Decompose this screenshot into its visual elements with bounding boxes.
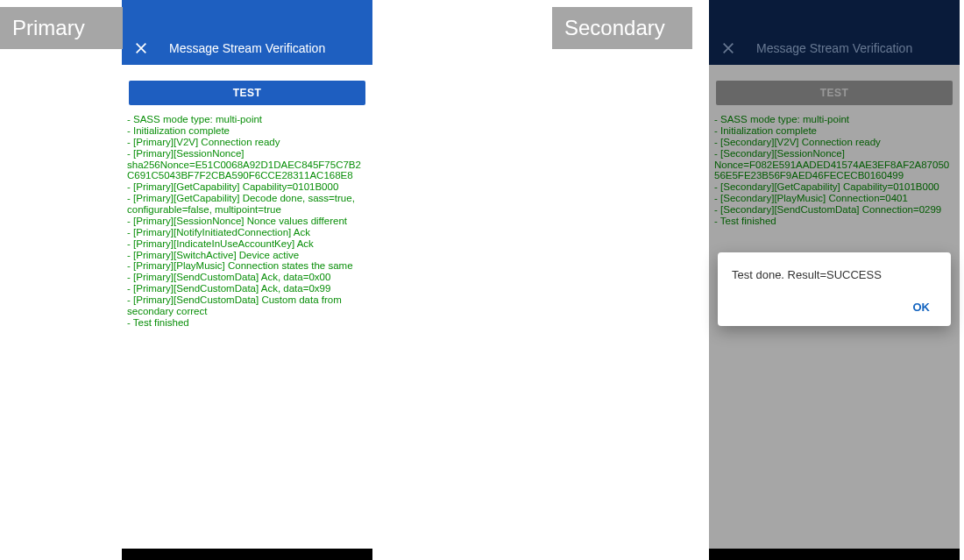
badge-primary-label: Primary: [12, 16, 85, 40]
log-line: - Initialization complete: [127, 125, 367, 137]
app-bar-primary: Message Stream Verification: [122, 32, 372, 65]
log-line: - [Primary][SwitchActive] Device active: [127, 250, 367, 261]
dialog-text: Test done. Result=SUCCESS: [732, 268, 937, 281]
log-line: - [Primary][SendCustomData] Ack, data=0x…: [127, 283, 367, 294]
test-button[interactable]: TEST: [129, 81, 365, 105]
badge-primary: Primary: [0, 7, 123, 49]
bottom-nav-primary: [122, 549, 372, 560]
log-line: - [Primary][GetCapability] Decode done, …: [127, 193, 367, 216]
phone-primary: Message Stream Verification TEST - SASS …: [122, 0, 372, 560]
modal-scrim[interactable]: Test done. Result=SUCCESS OK: [709, 0, 960, 560]
log-line: - [Primary][NotifyInitiatedConnection] A…: [127, 227, 367, 238]
dialog-ok-button[interactable]: OK: [906, 295, 938, 319]
log-line: - SASS mode type: multi-point: [127, 114, 367, 125]
badge-secondary: Secondary: [552, 7, 692, 49]
app-bar-title: Message Stream Verification: [169, 41, 325, 55]
log-line: - [Primary][SendCustomData] Custom data …: [127, 294, 367, 317]
result-dialog: Test done. Result=SUCCESS OK: [718, 252, 951, 326]
status-bar-primary: [122, 0, 372, 32]
log-line: - [Primary][V2V] Connection ready: [127, 137, 367, 148]
close-icon[interactable]: [134, 41, 148, 55]
log-line: - [Primary][IndicateInUseAccountKey] Ack: [127, 238, 367, 250]
log-line: - [Primary][GetCapability] Capability=01…: [127, 181, 367, 193]
content-primary: TEST - SASS mode type: multi-point - Ini…: [122, 65, 372, 560]
log-line: - Test finished: [127, 317, 367, 329]
log-line: - [Primary][SessionNonce] Nonce values d…: [127, 216, 367, 227]
log-line: - [Primary][SendCustomData] Ack, data=0x…: [127, 272, 367, 283]
log-primary: - SASS mode type: multi-point - Initiali…: [122, 114, 372, 329]
log-line: - [Primary][PlayMusic] Connection states…: [127, 260, 367, 272]
badge-secondary-label: Secondary: [564, 16, 665, 40]
phone-secondary: Message Stream Verification TEST - SASS …: [709, 0, 960, 560]
log-line: - [Primary][SessionNonce] sha256Nonce=E5…: [127, 148, 367, 182]
